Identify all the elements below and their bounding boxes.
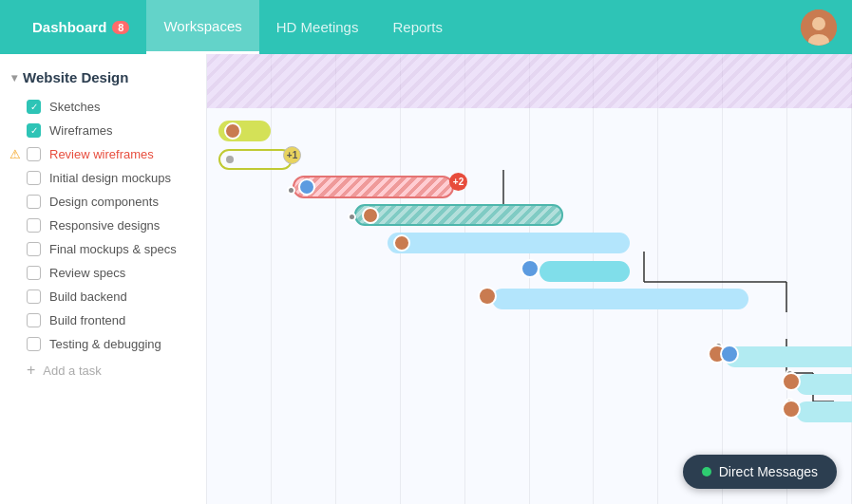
top-nav: Dashboard 8 Workspaces HD Meetings Repor… [0, 0, 852, 54]
nav-reports[interactable]: Reports [375, 0, 460, 54]
bar3-dot [287, 186, 295, 195]
task-label-final-mockups: Final mockups & specs [49, 242, 177, 256]
direct-messages-label: Direct Messages [719, 464, 818, 479]
online-indicator [702, 467, 711, 476]
gantt-bar-final-mockups[interactable] [492, 289, 748, 309]
main-content: ▾ Website Design Sketches Wireframes ⚠ R… [0, 54, 852, 504]
task-wireframes[interactable]: Wireframes [0, 119, 206, 142]
task-build-frontend[interactable]: Build frontend [0, 308, 206, 332]
gantt-header-bar [207, 54, 852, 108]
wireframes-badge: +1 [283, 146, 301, 164]
project-title: Website Design [23, 69, 128, 85]
checkbox-design-components[interactable] [27, 195, 41, 209]
task-initial-design[interactable]: Initial design mockups [0, 166, 206, 190]
nav-dashboard[interactable]: Dashboard 8 [15, 0, 146, 54]
checkbox-review-specs[interactable] [27, 266, 41, 280]
bar4-dot [348, 213, 356, 221]
gantt-bar-initial-design[interactable] [354, 204, 563, 226]
hd-meetings-label: HD Meetings [276, 19, 359, 35]
gantt-bar-build-backend[interactable] [796, 374, 852, 395]
gantt-bar-wireframes[interactable] [218, 149, 293, 170]
task-final-mockups[interactable]: Final mockups & specs [0, 237, 206, 261]
checkbox-responsive-designs[interactable] [27, 218, 41, 233]
gantt-grid [207, 54, 852, 504]
review-wireframes-badge: +2 [449, 173, 467, 191]
avatar-responsive [521, 259, 540, 278]
task-sketches[interactable]: Sketches [0, 95, 206, 119]
checkbox-final-mockups[interactable] [27, 242, 41, 256]
avatar-build-backend [782, 372, 801, 391]
user-avatar[interactable] [801, 9, 837, 46]
checkbox-sketches[interactable] [27, 100, 41, 114]
avatar-build-frontend [782, 400, 801, 419]
checkbox-testing[interactable] [27, 337, 41, 351]
gantt-bar-design-components[interactable] [388, 233, 630, 253]
checkbox-build-backend[interactable] [27, 289, 41, 304]
avatar-sketches [224, 122, 241, 140]
task-label-build-backend: Build backend [49, 289, 127, 304]
task-label-testing: Testing & debugging [49, 337, 161, 351]
workspaces-label: Workspaces [163, 18, 241, 34]
sidebar: ▾ Website Design Sketches Wireframes ⚠ R… [0, 54, 207, 504]
add-task-label: Add a task [43, 364, 101, 378]
checkbox-initial-design[interactable] [27, 171, 41, 185]
task-label-responsive-designs: Responsive designs [49, 218, 160, 233]
task-design-components[interactable]: Design components [0, 190, 206, 214]
add-task-icon: + [27, 362, 35, 379]
checkbox-wireframes[interactable] [27, 123, 41, 138]
task-label-review-specs: Review specs [49, 266, 125, 280]
dashboard-badge: 8 [112, 21, 129, 34]
gantt-chart: +1 +2 [207, 54, 852, 504]
task-label-wireframes: Wireframes [49, 123, 112, 138]
chevron-icon: ▾ [11, 71, 17, 84]
avatar-final-mockups [478, 287, 497, 306]
task-responsive-designs[interactable]: Responsive designs [0, 214, 206, 237]
direct-messages-button[interactable]: Direct Messages [683, 455, 837, 489]
task-testing[interactable]: Testing & debugging [0, 332, 206, 356]
task-label-build-frontend: Build frontend [49, 313, 125, 327]
task-label-initial-design: Initial design mockups [49, 171, 171, 185]
task-label-design-components: Design components [49, 195, 159, 209]
nav-workspaces[interactable]: Workspaces [146, 0, 258, 54]
task-label-sketches: Sketches [49, 100, 100, 114]
avatar-review-specs-2 [720, 345, 739, 364]
task-review-specs[interactable]: Review specs [0, 261, 206, 285]
reports-label: Reports [392, 19, 443, 35]
svg-point-1 [812, 17, 825, 30]
checkbox-review-wireframes[interactable] [27, 147, 41, 161]
gantt-bar-review-specs[interactable] [725, 346, 852, 367]
gantt-bar-responsive[interactable] [540, 261, 630, 282]
gantt-bar-build-frontend[interactable] [796, 401, 852, 422]
task-build-backend[interactable]: Build backend [0, 285, 206, 308]
task-label-review-wireframes: Review wireframes [49, 147, 154, 161]
project-header: ▾ Website Design [0, 65, 206, 95]
dashboard-label: Dashboard [32, 19, 106, 35]
alert-icon: ⚠ [9, 147, 21, 161]
task-review-wireframes[interactable]: ⚠ Review wireframes [0, 142, 206, 166]
add-task-row[interactable]: + Add a task [0, 356, 206, 384]
checkbox-build-frontend[interactable] [27, 313, 41, 327]
gantt-bar-review-wireframes[interactable] [293, 176, 454, 198]
gantt-bar-sketches[interactable] [218, 121, 271, 141]
nav-hd-meetings[interactable]: HD Meetings [259, 0, 376, 54]
